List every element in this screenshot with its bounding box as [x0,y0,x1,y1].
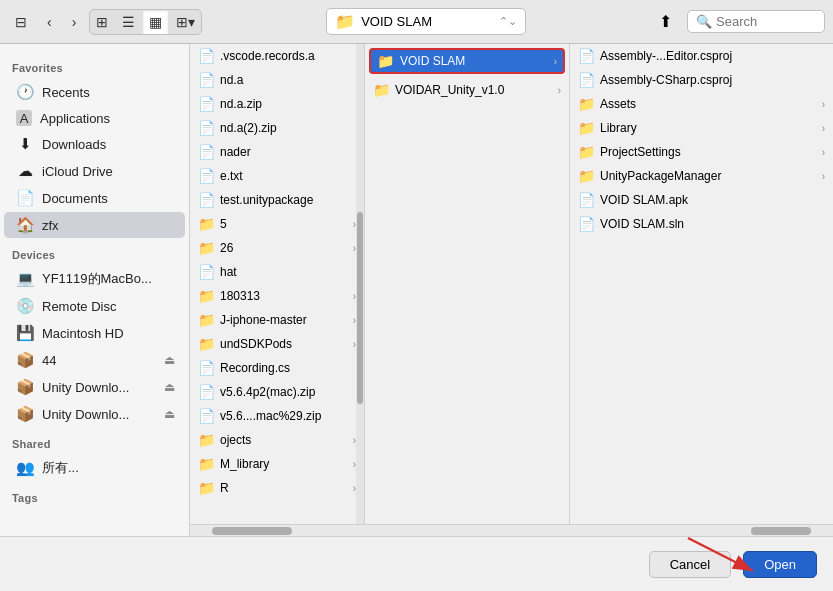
list-view-button[interactable]: ☰ [116,10,141,34]
forward-button[interactable]: › [65,9,84,35]
location-bar[interactable]: 📁 VOID SLAM ⌃⌄ [326,8,526,35]
list-item[interactable]: 📁 180313 › [190,284,364,308]
file-icon: 📄 [198,408,214,424]
folder-icon: 📁 [198,216,214,232]
list-item[interactable]: 📁 ojects › [190,428,364,452]
list-item[interactable]: 📁 26 › [190,236,364,260]
chevron-right-icon: › [822,171,825,182]
folder-icon: 📁 [198,432,214,448]
sidebar-item-44[interactable]: 📦 44 ⏏ [4,347,185,373]
tags-section-title: Tags [0,482,189,508]
file-name: VOID SLAM [400,54,548,68]
search-input[interactable] [716,14,816,29]
sidebar-item-documents[interactable]: 📄 Documents [4,185,185,211]
eject-icon[interactable]: ⏏ [164,380,175,394]
main-area: Favorites 🕐 Recents A Applications ⬇ Dow… [0,44,833,536]
sidebar-item-applications[interactable]: A Applications [4,106,185,130]
list-item[interactable]: 📄 v5.6.4p2(mac).zip [190,380,364,404]
list-item-void-slam[interactable]: 📁 VOID SLAM › [369,48,565,74]
file-icon: 📄 [198,384,214,400]
folder-icon: 📁 [578,96,594,112]
horizontal-scrollbar[interactable] [190,524,833,536]
file-pane-3: 📄 Assembly-...Editor.csproj 📄 Assembly-C… [570,44,833,524]
eject-icon[interactable]: ⏏ [164,407,175,421]
list-item[interactable]: 📄 hat [190,260,364,284]
list-item[interactable]: 📄 nd.a(2).zip [190,116,364,140]
list-item[interactable]: 📁 5 › [190,212,364,236]
icon-view-button[interactable]: ⊞ [90,10,114,34]
sidebar-item-label: YF1119的MacBo... [42,270,152,288]
folder-icon: 📁 [198,336,214,352]
chevron-right-icon: › [822,123,825,134]
sidebar-item-shared-all[interactable]: 👥 所有... [4,455,185,481]
list-item[interactable]: 📁 UnityPackageManager › [570,164,833,188]
applications-icon: A [16,110,32,126]
view-mode-group: ⊞ ☰ ▦ ⊞▾ [89,9,202,35]
list-item[interactable]: 📄 test.unitypackage [190,188,364,212]
sidebar-item-macbook[interactable]: 💻 YF1119的MacBo... [4,266,185,292]
share-button[interactable]: ⬆ [650,7,681,36]
list-item[interactable]: 📄 VOID SLAM.apk [570,188,833,212]
scroll-thumb-horizontal[interactable] [212,527,292,535]
devices-section-title: Devices [0,239,189,265]
gallery-view-button[interactable]: ⊞▾ [170,10,201,34]
list-item[interactable]: 📁 ProjectSettings › [570,140,833,164]
drive-icon: 📦 [16,351,34,369]
file-icon: 📄 [198,48,214,64]
list-item[interactable]: 📄 nd.a [190,68,364,92]
list-item[interactable]: 📁 R › [190,476,364,500]
sidebar-item-label: Documents [42,191,108,206]
list-item[interactable]: 📁 Library › [570,116,833,140]
list-item[interactable]: 📄 e.txt [190,164,364,188]
sidebar-item-recents[interactable]: 🕐 Recents [4,79,185,105]
sidebar-item-label: Macintosh HD [42,326,124,341]
folder-icon: 📁 [198,288,214,304]
list-item[interactable]: 📄 .vscode.records.a [190,44,364,68]
eject-icon[interactable]: ⏏ [164,353,175,367]
list-item[interactable]: 📁 undSDKPods › [190,332,364,356]
sidebar-item-unity-download-1[interactable]: 📦 Unity Downlo... ⏏ [4,374,185,400]
sidebar-item-icloud[interactable]: ☁ iCloud Drive [4,158,185,184]
folder-icon: 📁 [335,12,355,31]
list-item[interactable]: 📄 Assembly-...Editor.csproj [570,44,833,68]
scroll-thumb-horizontal-2[interactable] [751,527,811,535]
folder-icon: 📁 [377,53,394,69]
back-button[interactable]: ‹ [40,9,59,35]
sidebar-item-label: Unity Downlo... [42,380,129,395]
sidebar-item-label: Downloads [42,137,106,152]
folder-icon: 📁 [578,120,594,136]
file-pane-2: 📁 VOID SLAM › 📁 VOIDAR_Unity_v1.0 › [365,44,570,524]
open-button[interactable]: Open [743,551,817,578]
sidebar-item-label: Unity Downlo... [42,407,129,422]
drive-icon: 📦 [16,378,34,396]
list-item[interactable]: 📁 M_library › [190,452,364,476]
chevron-right-icon: › [558,85,561,96]
scroll-thumb[interactable] [357,212,363,404]
list-item[interactable]: 📁 Assets › [570,92,833,116]
sidebar-toggle-button[interactable]: ⊟ [8,9,34,35]
sidebar-item-label: zfx [42,218,59,233]
list-item[interactable]: 📁 J-iphone-master › [190,308,364,332]
folder-icon: 📁 [198,456,214,472]
list-item[interactable]: 📄 nader [190,140,364,164]
cancel-button[interactable]: Cancel [649,551,731,578]
folder-icon: 📁 [198,480,214,496]
sidebar-item-downloads[interactable]: ⬇ Downloads [4,131,185,157]
list-item[interactable]: 📁 VOIDAR_Unity_v1.0 › [365,78,569,102]
home-icon: 🏠 [16,216,34,234]
chevron-right-icon: › [822,99,825,110]
folder-icon: 📁 [373,82,389,98]
search-bar[interactable]: 🔍 [687,10,825,33]
column-view-button[interactable]: ▦ [143,10,168,34]
sidebar-item-remote-disc[interactable]: 💿 Remote Disc [4,293,185,319]
list-item[interactable]: 📄 nd.a.zip [190,92,364,116]
list-item[interactable]: 📄 Assembly-CSharp.csproj [570,68,833,92]
list-item[interactable]: 📄 VOID SLAM.sln [570,212,833,236]
sidebar-item-macintosh-hd[interactable]: 💾 Macintosh HD [4,320,185,346]
list-item[interactable]: 📄 Recording.cs [190,356,364,380]
sidebar-item-unity-download-2[interactable]: 📦 Unity Downlo... ⏏ [4,401,185,427]
list-item[interactable]: 📄 v5.6....mac%29.zip [190,404,364,428]
downloads-icon: ⬇ [16,135,34,153]
sidebar-item-zfx[interactable]: 🏠 zfx [4,212,185,238]
file-icon: 📄 [578,192,594,208]
